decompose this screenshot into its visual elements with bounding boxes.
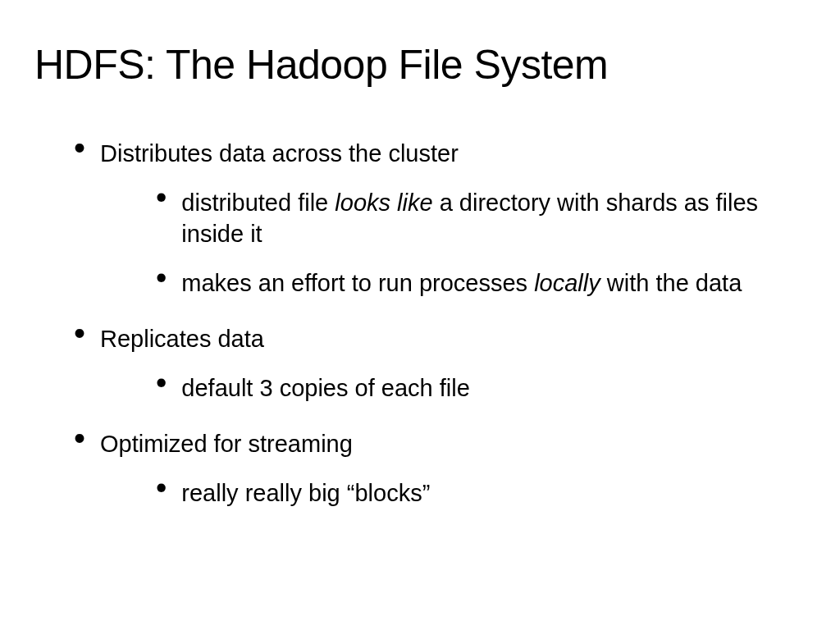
sub-bullet-text: default 3 copies of each file	[181, 372, 469, 404]
italic-text: looks like	[335, 189, 432, 216]
bullet-text: Optimized for streaming	[100, 427, 353, 459]
sub-bullet-item: • distributed file looks like a director…	[34, 187, 806, 249]
sub-bullet-container: • distributed file looks like a director…	[34, 187, 806, 299]
sub-bullet-container: • really really big “blocks”	[34, 477, 806, 509]
bullet-icon: •	[74, 322, 85, 345]
bullet-icon: •	[74, 427, 85, 450]
sub-bullet-item: • really really big “blocks”	[34, 477, 806, 509]
bullet-icon: •	[156, 187, 167, 208]
sub-bullet-text: distributed file looks like a directory …	[181, 187, 797, 249]
sub-bullet-item: • makes an effort to run processes local…	[34, 267, 806, 299]
sub-bullet-text: makes an effort to run processes locally…	[181, 267, 742, 299]
bullet-icon: •	[156, 372, 167, 394]
bullet-item: • Replicates data	[34, 322, 806, 354]
bullet-list: • Distributes data across the cluster • …	[34, 136, 806, 509]
bullet-item: • Optimized for streaming	[34, 427, 806, 459]
text-segment: makes an effort to run processes	[181, 270, 534, 296]
slide-title: HDFS: The Hadoop File System	[34, 41, 806, 89]
sub-bullet-item: • default 3 copies of each file	[34, 372, 806, 404]
bullet-icon: •	[74, 136, 85, 159]
sub-bullet-text: really really big “blocks”	[181, 477, 430, 509]
bullet-text: Replicates data	[100, 322, 264, 354]
bullet-item: • Distributes data across the cluster	[34, 136, 806, 169]
text-segment: distributed file	[181, 189, 335, 216]
sub-bullet-container: • default 3 copies of each file	[34, 372, 806, 404]
bullet-icon: •	[156, 477, 167, 499]
bullet-icon: •	[156, 267, 167, 289]
text-segment: with the data	[600, 270, 742, 296]
italic-text: locally	[534, 270, 600, 296]
bullet-text: Distributes data across the cluster	[100, 136, 459, 169]
